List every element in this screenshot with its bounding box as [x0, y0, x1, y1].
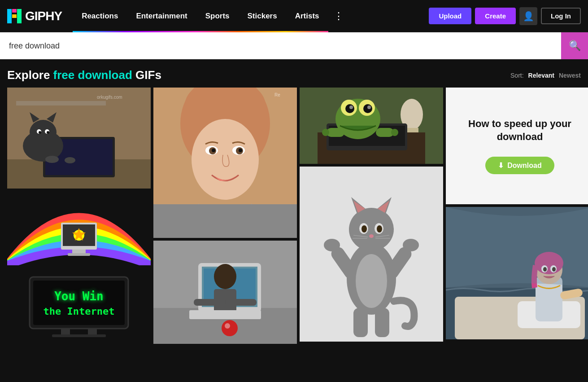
- nav-sports[interactable]: Sports: [196, 0, 239, 32]
- gif-column-1: orkugifs.com: [7, 88, 151, 344]
- upload-button[interactable]: Upload: [429, 8, 471, 24]
- gif-column-4: How to speed up your download ⬇ Download: [446, 88, 588, 344]
- nav-artists[interactable]: Artists: [286, 0, 328, 32]
- gif-person-old-computer[interactable]: [153, 241, 297, 344]
- gif-column-2: Re: [153, 88, 297, 344]
- logo-icon: [7, 9, 22, 23]
- login-button[interactable]: Log In: [541, 8, 581, 24]
- search-bar: 🔍: [0, 32, 588, 59]
- sort-area: Sort: Relevant Newest: [510, 72, 581, 79]
- svg-rect-3: [17, 9, 22, 23]
- search-button[interactable]: 🔍: [561, 32, 588, 59]
- nav-links: Reactions Entertainment Sports Stickers …: [73, 0, 429, 32]
- gif-you-win-internet[interactable]: You Win the Internet: [7, 268, 151, 338]
- gif-column-3: [300, 88, 443, 344]
- gif-woman-celebrity[interactable]: Re: [153, 88, 297, 238]
- gif-grid: orkugifs.com: [0, 88, 588, 351]
- gif-rainbow-computer[interactable]: [7, 191, 151, 265]
- search-input[interactable]: [0, 33, 561, 59]
- nav-actions: Upload Create 👤 Log In: [429, 7, 581, 25]
- logo-area[interactable]: GIPHY: [7, 9, 62, 23]
- explore-title: Explore free download GIFs: [7, 68, 161, 82]
- create-button[interactable]: Create: [475, 8, 516, 24]
- more-menu-button[interactable]: ⋮: [328, 0, 349, 32]
- gif-cat-standing[interactable]: [300, 167, 443, 342]
- explore-header: Explore free download GIFs Sort: Relevan…: [0, 59, 588, 88]
- gif-rihanna-boat[interactable]: [446, 207, 588, 339]
- user-avatar-button[interactable]: 👤: [519, 7, 537, 25]
- svg-rect-2: [12, 14, 17, 18]
- gif-kermit-typing[interactable]: [300, 88, 443, 164]
- site-name: GIPHY: [25, 9, 62, 23]
- svg-rect-0: [7, 9, 12, 23]
- sort-label: Sort:: [510, 72, 524, 79]
- user-icon: 👤: [523, 11, 534, 22]
- svg-rect-1: [12, 9, 17, 13]
- nav-reactions[interactable]: Reactions: [73, 0, 127, 32]
- nav-entertainment[interactable]: Entertainment: [127, 0, 196, 32]
- gif-cat-typing[interactable]: orkugifs.com: [7, 88, 151, 189]
- navbar: GIPHY Reactions Entertainment Sports Sti…: [0, 0, 588, 32]
- sort-newest[interactable]: Newest: [559, 72, 581, 79]
- sort-relevant[interactable]: Relevant: [528, 72, 554, 79]
- gif-download-ad[interactable]: How to speed up your download ⬇ Download: [446, 88, 588, 204]
- search-icon: 🔍: [569, 40, 581, 52]
- nav-stickers[interactable]: Stickers: [239, 0, 286, 32]
